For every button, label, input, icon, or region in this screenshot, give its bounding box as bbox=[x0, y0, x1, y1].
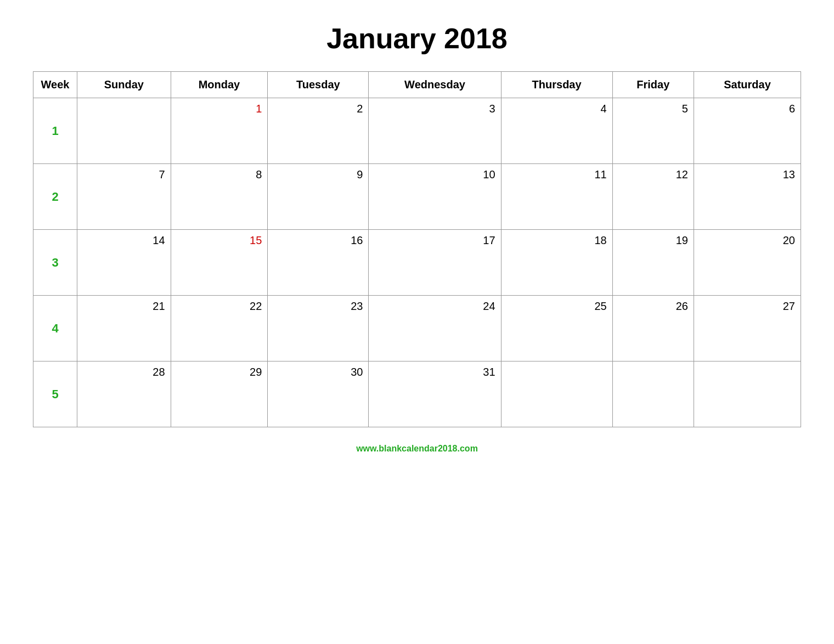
header-monday: Monday bbox=[171, 72, 268, 98]
day-cell: 8 bbox=[171, 164, 268, 230]
day-cell: 7 bbox=[77, 164, 171, 230]
calendar-table: Week Sunday Monday Tuesday Wednesday Thu… bbox=[33, 71, 801, 427]
calendar-wrapper: Week Sunday Monday Tuesday Wednesday Thu… bbox=[33, 71, 801, 427]
week-number-3: 3 bbox=[33, 230, 77, 296]
header-tuesday: Tuesday bbox=[268, 72, 369, 98]
day-cell: 17 bbox=[369, 230, 501, 296]
page-title: January 2018 bbox=[326, 22, 508, 55]
header-row: Week Sunday Monday Tuesday Wednesday Thu… bbox=[33, 72, 801, 98]
footer-link[interactable]: www.blankcalendar2018.com bbox=[356, 444, 478, 453]
day-cell: 5 bbox=[612, 98, 694, 164]
day-cell: 3 bbox=[369, 98, 501, 164]
day-cell: 14 bbox=[77, 230, 171, 296]
header-saturday: Saturday bbox=[694, 72, 801, 98]
calendar-row-4: 421222324252627 bbox=[33, 296, 801, 361]
day-cell: 28 bbox=[77, 361, 171, 427]
day-cell: 27 bbox=[694, 296, 801, 361]
week-number-1: 1 bbox=[33, 98, 77, 164]
day-cell: 31 bbox=[369, 361, 501, 427]
day-cell: 12 bbox=[612, 164, 694, 230]
header-friday: Friday bbox=[612, 72, 694, 98]
header-sunday: Sunday bbox=[77, 72, 171, 98]
calendar-row-3: 314151617181920 bbox=[33, 230, 801, 296]
calendar-row-2: 278910111213 bbox=[33, 164, 801, 230]
week-number-2: 2 bbox=[33, 164, 77, 230]
day-cell: 21 bbox=[77, 296, 171, 361]
day-cell: 15 bbox=[171, 230, 268, 296]
day-cell bbox=[612, 361, 694, 427]
day-cell: 10 bbox=[369, 164, 501, 230]
calendar-row-1: 1123456 bbox=[33, 98, 801, 164]
day-cell: 26 bbox=[612, 296, 694, 361]
day-cell: 23 bbox=[268, 296, 369, 361]
day-cell: 1 bbox=[171, 98, 268, 164]
day-cell bbox=[694, 361, 801, 427]
header-wednesday: Wednesday bbox=[369, 72, 501, 98]
header-thursday: Thursday bbox=[501, 72, 612, 98]
day-cell bbox=[501, 361, 612, 427]
day-cell: 18 bbox=[501, 230, 612, 296]
header-week: Week bbox=[33, 72, 77, 98]
day-cell: 29 bbox=[171, 361, 268, 427]
day-cell: 25 bbox=[501, 296, 612, 361]
day-cell: 13 bbox=[694, 164, 801, 230]
calendar-row-5: 528293031 bbox=[33, 361, 801, 427]
day-cell: 9 bbox=[268, 164, 369, 230]
day-cell: 16 bbox=[268, 230, 369, 296]
day-cell: 19 bbox=[612, 230, 694, 296]
day-cell bbox=[77, 98, 171, 164]
day-cell: 2 bbox=[268, 98, 369, 164]
day-cell: 22 bbox=[171, 296, 268, 361]
day-cell: 6 bbox=[694, 98, 801, 164]
footer: www.blankcalendar2018.com bbox=[356, 444, 478, 454]
week-number-4: 4 bbox=[33, 296, 77, 361]
day-cell: 11 bbox=[501, 164, 612, 230]
week-number-5: 5 bbox=[33, 361, 77, 427]
day-cell: 20 bbox=[694, 230, 801, 296]
day-cell: 24 bbox=[369, 296, 501, 361]
day-cell: 30 bbox=[268, 361, 369, 427]
day-cell: 4 bbox=[501, 98, 612, 164]
